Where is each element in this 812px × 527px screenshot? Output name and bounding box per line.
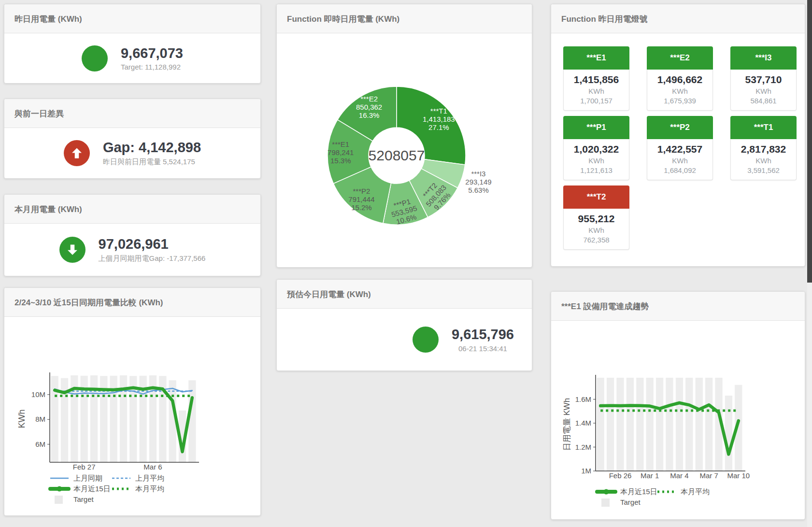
legend-item-Target[interactable]: Target [601, 498, 641, 507]
y-tick-label: 8M [35, 415, 45, 423]
tile-value: 537,710 [731, 74, 796, 85]
tile-body: 1,496,662KWh1,675,939 [647, 70, 713, 111]
stat-body: 97,026,961 上個月同期用電Gap: -17,377,566 [4, 224, 260, 276]
tile-value: 1,422,557 [647, 143, 712, 155]
panel-header: 昨日用電量 (KWh) [4, 4, 260, 33]
y-tick-label: 1.2M [575, 443, 591, 451]
pie-center-total: 5208057 [369, 147, 425, 163]
panel-title: 預估今日用電量 (KWh) [287, 290, 371, 299]
legend-item-本月近15日[interactable]: 本月近15日 [597, 487, 657, 496]
donut-chart[interactable]: ***T11,413,18327.1%***I3293,1495.63%***T… [277, 33, 532, 267]
tile-body: 1,020,322KWh1,121,613 [563, 139, 629, 180]
status-tile-p2[interactable]: ***P21,422,557KWh1,684,092 [647, 116, 713, 180]
panel-today-estimate: 預估今日用電量 (KWh) 9,615,796 06-21 15:34:41 [276, 279, 532, 371]
panel-title: 本月用電量 (KWh) [14, 205, 82, 214]
legend-item-上月同期[interactable]: 上月同期 [50, 474, 102, 482]
tile-target-value: 1,121,613 [564, 166, 629, 174]
svg-text:上月同期: 上月同期 [73, 474, 102, 482]
tile-value: 2,817,832 [731, 143, 796, 155]
pie-slice-label: ***I3293,1495.63% [465, 170, 491, 194]
chart-body: 6M8M10MFeb 27Mar 6KWh上月同期上月平均本月近15日本月平均T… [4, 317, 260, 515]
legend-item-上月平均[interactable]: 上月平均 [112, 474, 164, 482]
tile-unit: KWh [647, 87, 712, 95]
tile-value: 955,212 [564, 213, 629, 225]
svg-text:Target: Target [73, 495, 94, 503]
page-scrollbar-thumb[interactable] [807, 0, 812, 283]
x-tick-label: Mar 10 [727, 471, 750, 480]
tile-target-value: 1,684,092 [647, 166, 712, 174]
y-axis-title: 日用電量 KWh [562, 398, 571, 451]
legend-item-Target[interactable]: Target [55, 495, 94, 504]
legend-item-本月平均[interactable]: 本月平均 [112, 484, 164, 493]
tile-body: 1,422,557KWh1,684,092 [647, 139, 713, 180]
tile-header: ***T2 [563, 185, 629, 209]
panel-realtime-usage-pie: Function 即時日用電量 (KWh) ***T11,413,18327.1… [276, 4, 532, 268]
y-tick-label: 1.4M [575, 419, 591, 427]
compare-line-chart[interactable]: 6M8M10MFeb 27Mar 6KWh上月同期上月平均本月近15日本月平均T… [4, 317, 260, 516]
tile-unit: KWh [731, 87, 796, 95]
stat-body: 9,615,796 06-21 15:34:41 [277, 309, 532, 370]
status-tile-i3[interactable]: ***I3537,710KWh584,861 [730, 46, 797, 111]
panel-yesterday-status-lights: Function 昨日用電燈號 ***E11,415,856KWh1,700,1… [551, 4, 805, 267]
y-tick-label: 1M [581, 467, 591, 475]
stat-value: 9,667,073 [121, 45, 183, 61]
page-scrollbar-track[interactable] [807, 0, 812, 527]
stat-value: 97,026,961 [99, 236, 206, 252]
x-tick-label: Feb 26 [609, 471, 632, 480]
status-tile-grid: ***E11,415,856KWh1,700,157***E21,496,662… [551, 33, 805, 250]
tile-header: ***I3 [730, 46, 797, 70]
legend-item-本月近15日[interactable]: 本月近15日 [50, 484, 111, 493]
panel-header: 預估今日用電量 (KWh) [277, 280, 532, 309]
arrow-up-circle-icon [64, 140, 90, 166]
panel-header: 與前一日差異 [4, 99, 260, 128]
tile-target-value: 1,675,939 [647, 97, 712, 105]
status-circle-icon [82, 45, 108, 71]
status-tile-p1[interactable]: ***P11,020,322KWh1,121,613 [563, 116, 629, 180]
panel-title: 2/24~3/10 近15日同期用電量比較 (KWh) [14, 298, 163, 307]
legend-item-本月平均[interactable]: 本月平均 [657, 487, 710, 496]
tile-body: 1,415,856KWh1,700,157 [563, 70, 629, 111]
arrow-down-circle-icon [59, 237, 85, 263]
stat-subtitle: Target: 11,128,992 [121, 63, 183, 71]
svg-text:本月近15日: 本月近15日 [73, 484, 111, 493]
tile-header: ***P2 [647, 116, 713, 139]
stat-subtitle: 昨日與前日用電量 5,524,175 [103, 157, 201, 167]
tiles-body: ***E11,415,856KWh1,700,157***E21,496,662… [551, 33, 805, 266]
x-tick-label: Feb 27 [73, 463, 96, 471]
panel-header: Function 昨日用電燈號 [551, 4, 805, 33]
tile-unit: KWh [564, 157, 629, 165]
tile-header: ***P1 [563, 116, 629, 139]
tile-body: 537,710KWh584,861 [730, 70, 797, 111]
y-axis-title: KWh [17, 409, 27, 428]
chart-body: ***T11,413,18327.1%***I3293,1495.63%***T… [277, 33, 532, 267]
tile-header: ***E2 [647, 46, 713, 70]
y-tick-label: 6M [35, 440, 45, 448]
tile-target-value: 762,358 [564, 236, 629, 244]
panel-title: 昨日用電量 (KWh) [14, 14, 82, 24]
y-tick-label: 10M [31, 390, 45, 399]
status-tile-t1[interactable]: ***T12,817,832KWh3,591,562 [730, 116, 797, 180]
e1-trend-line-chart[interactable]: 1M1.2M1.4M1.6MFeb 26Mar 1Mar 4Mar 7Mar 1… [551, 321, 805, 520]
panel-title: 與前一日差異 [14, 109, 64, 118]
stat-group: 9,615,796 06-21 15:34:41 [413, 327, 514, 353]
svg-text:Target: Target [620, 498, 641, 506]
tile-header: ***T1 [730, 116, 797, 139]
stat-value: Gap: 4,142,898 [103, 140, 201, 156]
tile-unit: KWh [564, 87, 629, 95]
panel-header: ***E1 設備用電達成趨勢 [551, 292, 805, 321]
x-tick-label: Mar 1 [641, 471, 659, 480]
stat-subtitle: 上個月同期用電Gap: -17,377,566 [99, 254, 206, 263]
panel-15day-compare-chart: 2/24~3/10 近15日同期用電量比較 (KWh) 6M8M10MFeb 2… [4, 287, 261, 516]
chart-body: 1M1.2M1.4M1.6MFeb 26Mar 1Mar 4Mar 7Mar 1… [551, 321, 805, 519]
status-tile-e1[interactable]: ***E11,415,856KWh1,700,157 [563, 46, 629, 111]
stat-value: 9,615,796 [452, 327, 514, 342]
x-tick-label: Mar 6 [143, 463, 162, 471]
status-tile-e2[interactable]: ***E21,496,662KWh1,675,939 [647, 46, 713, 111]
panel-header: Function 即時日用電量 (KWh) [277, 4, 532, 33]
tile-body: 955,212KWh762,358 [563, 209, 629, 250]
panel-month-usage: 本月用電量 (KWh) 97,026,961 上個月同期用電Gap: -17,3… [4, 194, 261, 276]
y-tick-label: 1.6M [575, 395, 591, 403]
panel-diff-prev-day: 與前一日差異 Gap: 4,142,898 昨日與前日用電量 5,524,175 [4, 99, 261, 179]
tile-unit: KWh [647, 157, 712, 165]
status-tile-t2[interactable]: ***T2955,212KWh762,358 [563, 185, 629, 250]
